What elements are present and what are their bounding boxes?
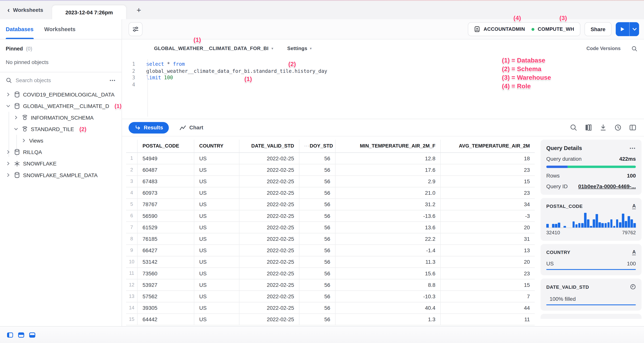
table-cell[interactable]: 23	[441, 187, 535, 198]
table-cell[interactable]: 2022-02-25	[239, 268, 299, 279]
table-cell[interactable]: 2022-02-25	[239, 291, 299, 302]
table-cell[interactable]: 64442	[138, 314, 194, 325]
table-cell[interactable]: 53142	[138, 256, 194, 268]
table-cell[interactable]: US	[194, 222, 240, 233]
run-button[interactable]	[616, 22, 629, 36]
table-row[interactable]: 1357562US2022-02-2556-10.37	[126, 291, 535, 302]
table-cell[interactable]: 12.8	[336, 153, 441, 164]
table-cell[interactable]: US	[194, 245, 240, 256]
table-cell[interactable]: US	[194, 176, 240, 187]
chevron-right-icon[interactable]	[6, 92, 11, 97]
table-cell[interactable]: 44	[441, 302, 535, 314]
worksheet-filters-button[interactable]	[128, 22, 142, 36]
editor-search-icon[interactable]	[632, 46, 638, 52]
table-cell[interactable]: US	[194, 291, 240, 302]
table-cell[interactable]: 60973	[138, 187, 194, 198]
tree-item-snowflake-sample-data[interactable]: SNOWFLAKE_SAMPLE_DATA	[0, 169, 122, 181]
table-cell[interactable]: 40.4	[336, 302, 441, 314]
table-cell[interactable]: 15	[441, 176, 535, 187]
table-cell[interactable]: -10.3	[336, 291, 441, 302]
download-results-button[interactable]	[599, 124, 607, 132]
table-cell[interactable]: 78767	[138, 199, 194, 210]
table-cell[interactable]: 56	[299, 245, 336, 256]
table-row[interactable]: 876185US2022-02-255622.231	[126, 233, 535, 245]
table-cell[interactable]: 56	[299, 210, 336, 222]
column-header-rownum[interactable]	[126, 140, 138, 152]
table-cell[interactable]: 60487	[138, 164, 194, 176]
table-cell[interactable]: 15	[441, 279, 535, 290]
tree-item-covid19-epidemiological-data[interactable]: COVID19_EPIDEMIOLOGICAL_DATA	[0, 89, 122, 100]
table-row[interactable]: 460973US2022-02-255621.023	[126, 187, 535, 199]
search-objects-input[interactable]: Search objects •••	[0, 72, 122, 88]
column-header-min_temperature_air_2m_f[interactable]: MIN_TEMPERATURE_AIR_2M_F	[336, 140, 441, 152]
table-cell[interactable]: 23	[441, 164, 535, 176]
back-to-worksheets[interactable]: ‹ Worksheets	[0, 6, 43, 14]
table-cell[interactable]: 56590	[138, 210, 194, 222]
table-cell[interactable]: 11	[441, 314, 535, 325]
tab-results[interactable]: Results	[128, 122, 169, 133]
table-cell[interactable]: 13	[441, 245, 535, 256]
table-cell[interactable]: 56	[299, 176, 336, 187]
table-cell[interactable]: 2.9	[336, 176, 441, 187]
table-cell[interactable]: 2022-02-25	[239, 199, 299, 210]
tree-item-rillqa[interactable]: RILLQA	[0, 146, 122, 158]
table-cell[interactable]: US	[194, 279, 240, 290]
table-cell[interactable]: 20	[441, 222, 535, 233]
table-cell[interactable]: 56	[299, 256, 336, 268]
column-header-avg_temperature_air_2m[interactable]: AVG_TEMPERATURE_AIR_2M	[441, 140, 535, 152]
chevron-down-icon[interactable]	[14, 126, 18, 132]
chevron-right-icon[interactable]	[6, 161, 11, 166]
table-cell[interactable]: 56	[299, 164, 336, 176]
table-cell[interactable]: 17.6	[336, 164, 441, 176]
chevron-right-icon[interactable]	[22, 138, 26, 143]
table-cell[interactable]: US	[194, 233, 240, 244]
chevron-down-icon[interactable]	[6, 104, 11, 108]
table-cell[interactable]: 18	[441, 153, 535, 164]
sql-editor[interactable]: 1select * from2global_weather__climate_d…	[122, 58, 644, 88]
table-cell[interactable]: 34	[441, 199, 535, 210]
table-cell[interactable]: 57562	[138, 291, 194, 302]
tree-item-snowflake[interactable]: SNOWFLAKE	[0, 158, 122, 169]
column-header-doy_std[interactable]: ···DOY_STD	[299, 140, 336, 152]
chevron-right-icon[interactable]	[6, 172, 11, 178]
tree-item-global-weather-climate-data-f-[interactable]: GLOBAL_WEATHER__CLIMATE_DATA_F...(1)	[0, 100, 122, 112]
table-row[interactable]: 1439305US2022-02-255640.444	[126, 302, 535, 314]
table-cell[interactable]: 21.0	[336, 187, 441, 198]
tab-databases[interactable]: Databases	[6, 19, 34, 39]
table-cell[interactable]: 23	[441, 268, 535, 279]
role-warehouse-selector[interactable]: ACCOUNTADMIN COMPUTE_WH	[468, 22, 580, 36]
table-cell[interactable]: 2022-02-25	[239, 210, 299, 222]
table-cell[interactable]: 2022-02-25	[239, 222, 299, 233]
table-cell[interactable]: 76185	[138, 233, 194, 244]
table-cell[interactable]: -1.4	[336, 245, 441, 256]
query-id-link[interactable]: 01b0ee7a-0000-4469-...	[578, 183, 636, 189]
search-results-button[interactable]	[569, 124, 578, 132]
table-cell[interactable]: 61529	[138, 222, 194, 233]
table-cell[interactable]: 39305	[138, 302, 194, 314]
tab-worksheets[interactable]: Worksheets	[44, 19, 76, 39]
table-cell[interactable]: 56	[299, 187, 336, 198]
column-header-date_valid_std[interactable]: DATE_VALID_STD	[239, 140, 299, 152]
table-cell[interactable]: 56	[299, 153, 336, 164]
table-cell[interactable]: US	[194, 268, 240, 279]
table-cell[interactable]: US	[194, 314, 240, 325]
table-row[interactable]: 966427US2022-02-2556-1.413	[126, 245, 535, 256]
table-cell[interactable]: 31	[441, 233, 535, 244]
table-cell[interactable]: 56	[299, 279, 336, 290]
table-cell[interactable]: US	[194, 199, 240, 210]
share-button[interactable]: Share	[584, 22, 612, 36]
table-cell[interactable]: -13.6	[336, 210, 441, 222]
table-cell[interactable]: 56	[299, 199, 336, 210]
table-cell[interactable]: 56	[299, 233, 336, 244]
table-cell[interactable]: 20	[441, 256, 535, 268]
table-cell[interactable]: 15.6	[336, 268, 441, 279]
search-options-menu[interactable]: •••	[110, 78, 116, 82]
table-cell[interactable]: 56	[299, 291, 336, 302]
code-versions-button[interactable]: Code Versions	[586, 46, 620, 52]
table-cell[interactable]: US	[194, 153, 240, 164]
table-cell[interactable]: 22.2	[336, 233, 441, 244]
table-cell[interactable]: US	[194, 256, 240, 268]
column-header-country[interactable]: COUNTRY	[194, 140, 240, 152]
table-cell[interactable]: US	[194, 164, 240, 176]
table-row[interactable]: 154949US2022-02-255612.818	[126, 153, 535, 164]
